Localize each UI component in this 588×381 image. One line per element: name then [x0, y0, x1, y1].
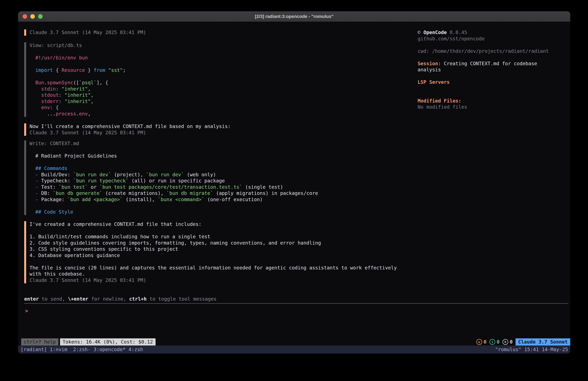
- prompt-input[interactable]: >: [25, 308, 28, 314]
- hint-icon: h: [503, 339, 508, 345]
- tmux-session-clock: "romulus" 15:41 14-May-25: [495, 345, 568, 354]
- status-bar: ctrl+? help Tokens: 16.4K (8%), Cost: $0…: [18, 338, 570, 345]
- title-bar: [2/3] radiant:3:opencode - "romulus": [18, 11, 570, 22]
- tmux-window-list[interactable]: [radiant] 1:nvim 2:zsh- 3:opencode* 4:zs…: [21, 345, 143, 354]
- tmux-status-bar: [radiant] 1:nvim 2:zsh- 3:opencode* 4:zs…: [18, 345, 570, 354]
- model-badge: Claude 3.7 Sonnet: [516, 338, 570, 345]
- diagnostics-hints: h 0: [503, 338, 513, 345]
- assistant-message: I've created a comprehensive CONTEXT.md …: [24, 221, 397, 283]
- opencode-tui: Claude 3.7 Sonnet (14 May 2025 03:41 PM)…: [18, 22, 570, 354]
- session-sidebar: © OpenCode 0.0.45github.com/sst/opencode…: [418, 29, 549, 110]
- prompt-marker-icon: >: [25, 308, 28, 314]
- tool-call-view-file: View: script/db.ts #!/usr/bin/env bun im…: [24, 42, 126, 117]
- info-icon: i: [489, 339, 495, 345]
- input-divider: [24, 303, 568, 304]
- diagnostics-info: i 0: [489, 338, 500, 345]
- assistant-message: Now I'll create a comprehensive CONTEXT.…: [24, 123, 231, 136]
- info-count: 0: [497, 338, 500, 345]
- diagnostics-warnings: w 0: [476, 338, 486, 345]
- keybinding-hint: enter to send, \+enter for newline, ctrl…: [24, 296, 216, 302]
- warning-icon: w: [476, 339, 482, 345]
- window-title: [2/3] radiant:3:opencode - "romulus": [18, 11, 570, 22]
- hint-count: 0: [510, 338, 513, 345]
- help-badge: ctrl+? help: [21, 338, 58, 345]
- warning-count: 0: [483, 338, 486, 345]
- terminal-window: [2/3] radiant:3:opencode - "romulus" Cla…: [18, 11, 570, 354]
- tool-call-write-file: Write: CONTEXT.md # Radiant Project Guid…: [24, 140, 318, 215]
- assistant-message-header: Claude 3.7 Sonnet (14 May 2025 03:41 PM): [24, 29, 146, 36]
- tokens-cost-badge: Tokens: 16.4K (8%), Cost: $0.12: [60, 338, 156, 345]
